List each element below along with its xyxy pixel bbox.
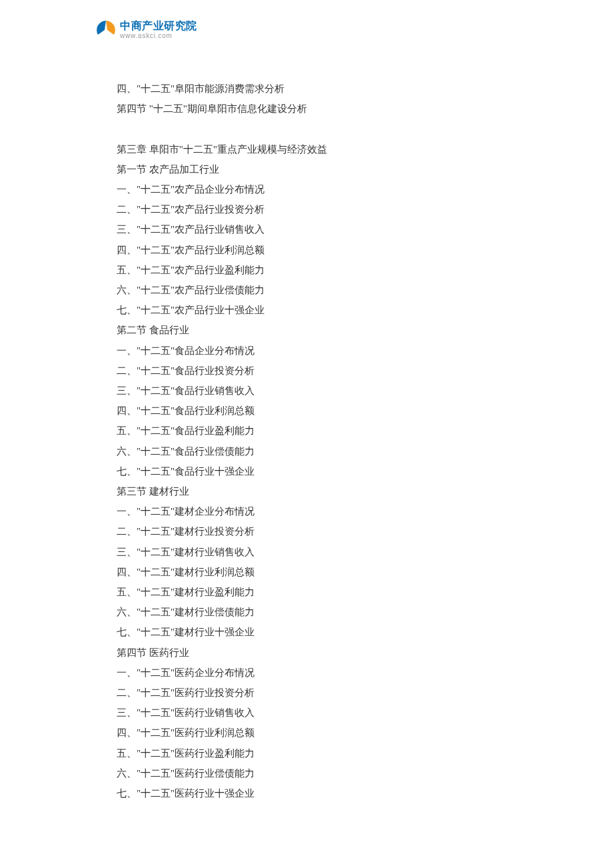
toc-line: 七、"十二五"医药行业十强企业 bbox=[117, 783, 503, 803]
toc-line: 第一节 农产品加工行业 bbox=[117, 159, 503, 179]
toc-line: 三、"十二五"建材行业销售收入 bbox=[117, 542, 503, 562]
toc-line: 三、"十二五"农产品行业销售收入 bbox=[117, 219, 503, 239]
toc-line: 五、"十二五"医药行业盈利能力 bbox=[117, 743, 503, 763]
toc-line: 六、"十二五"食品行业偿债能力 bbox=[117, 441, 503, 461]
toc-line: 一、"十二五"食品企业分布情况 bbox=[117, 341, 503, 361]
toc-line: 三、"十二五"医药行业销售收入 bbox=[117, 703, 503, 723]
toc-line: 第三章 阜阳市"十二五"重点产业规模与经济效益 bbox=[117, 139, 503, 159]
toc-line: 六、"十二五"农产品行业偿债能力 bbox=[117, 280, 503, 300]
logo-en-text: www.askci.com bbox=[120, 33, 197, 39]
toc-line: 四、"十二五"阜阳市能源消费需求分析 bbox=[117, 79, 503, 99]
toc-line: 一、"十二五"医药企业分布情况 bbox=[117, 663, 503, 683]
toc-line: 第四节 医药行业 bbox=[117, 643, 503, 663]
toc-line: 二、"十二五"农产品行业投资分析 bbox=[117, 199, 503, 219]
toc-line: 四、"十二五"医药行业利润总额 bbox=[117, 723, 503, 743]
toc-line: 一、"十二五"建材企业分布情况 bbox=[117, 501, 503, 521]
brand-logo: 中商产业研究院 www.askci.com bbox=[95, 19, 197, 41]
toc-line: 四、"十二五"农产品行业利润总额 bbox=[117, 240, 503, 260]
toc-line: 七、"十二五"食品行业十强企业 bbox=[117, 461, 503, 481]
toc-line: 六、"十二五"医药行业偿债能力 bbox=[117, 763, 503, 783]
toc-line: 三、"十二五"食品行业销售收入 bbox=[117, 381, 503, 401]
toc-line: 五、"十二五"农产品行业盈利能力 bbox=[117, 260, 503, 280]
blank-line bbox=[117, 119, 503, 139]
toc-line: 一、"十二五"农产品企业分布情况 bbox=[117, 179, 503, 199]
toc-line: 七、"十二五"农产品行业十强企业 bbox=[117, 300, 503, 320]
toc-line: 二、"十二五"医药行业投资分析 bbox=[117, 683, 503, 703]
toc-line: 第二节 食品行业 bbox=[117, 320, 503, 340]
logo-icon bbox=[95, 19, 117, 41]
toc-line: 二、"十二五"建材行业投资分析 bbox=[117, 521, 503, 541]
toc-line: 二、"十二五"食品行业投资分析 bbox=[117, 361, 503, 381]
toc-line: 五、"十二五"食品行业盈利能力 bbox=[117, 421, 503, 441]
toc-line: 四、"十二五"建材行业利润总额 bbox=[117, 562, 503, 582]
toc-line: 第三节 建材行业 bbox=[117, 481, 503, 501]
toc-line: 七、"十二五"建材行业十强企业 bbox=[117, 622, 503, 642]
toc-line: 五、"十二五"建材行业盈利能力 bbox=[117, 582, 503, 602]
toc-line: 六、"十二五"建材行业偿债能力 bbox=[117, 602, 503, 622]
toc-line: 第四节 "十二五"期间阜阳市信息化建设分析 bbox=[117, 99, 503, 119]
toc-line: 四、"十二五"食品行业利润总额 bbox=[117, 401, 503, 421]
logo-text: 中商产业研究院 www.askci.com bbox=[120, 21, 197, 39]
document-body: 四、"十二五"阜阳市能源消费需求分析第四节 "十二五"期间阜阳市信息化建设分析第… bbox=[117, 79, 503, 803]
logo-cn-text: 中商产业研究院 bbox=[120, 21, 197, 31]
